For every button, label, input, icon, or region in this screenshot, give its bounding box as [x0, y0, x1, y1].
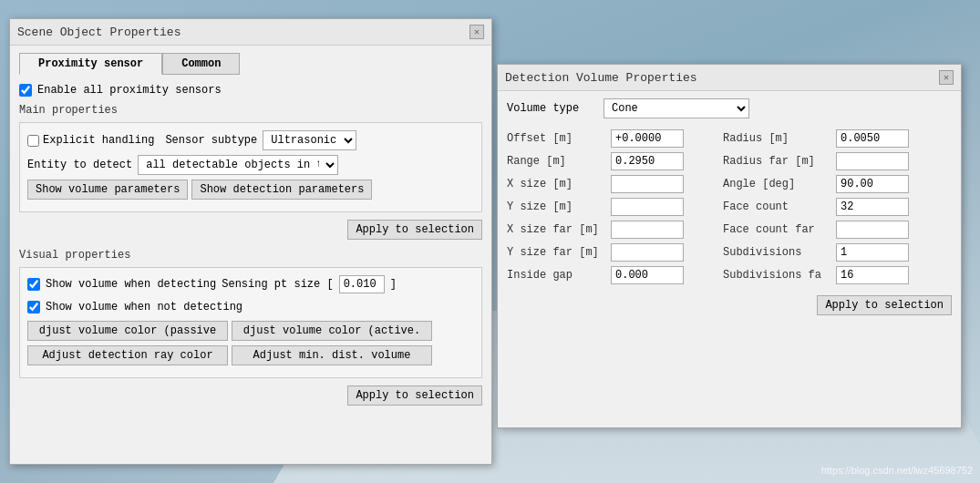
face-count-far-input[interactable] — [836, 221, 909, 239]
show-vol-not-detecting-row: Show volume when not detecting — [27, 301, 474, 313]
adjust-active-btn[interactable]: djust volume color (active. — [232, 321, 432, 341]
range-label: Range [m] — [507, 152, 607, 170]
inside-gap-input[interactable] — [611, 266, 684, 284]
visual-properties-label: Visual properties — [19, 249, 482, 262]
radius-far-input[interactable] — [836, 152, 909, 170]
ysize-far-label: Y size far [m] — [507, 243, 607, 262]
enable-proximity-row: Enable all proximity sensors — [19, 84, 482, 97]
xsize-far-label: X size far [m] — [507, 221, 607, 239]
detection-panel-close[interactable]: ✕ — [939, 70, 954, 85]
scene-panel-content: Proximity sensor Common Enable all proxi… — [10, 46, 491, 413]
radius-input[interactable] — [836, 129, 909, 148]
color-btns-row-2: Adjust detection ray color Adjust min. d… — [27, 345, 474, 365]
xsize-far-input[interactable] — [611, 221, 684, 239]
entity-label: Entity to detect — [27, 159, 132, 171]
range-input[interactable] — [611, 152, 684, 170]
adjust-passive-btn[interactable]: djust volume color (passive — [27, 321, 228, 341]
explicit-handling-checkbox[interactable] — [27, 135, 39, 147]
show-detection-btn[interactable]: Show detection parameters — [191, 180, 372, 200]
sensing-pt-label: Sensing pt size [ — [222, 278, 333, 291]
scene-panel-close[interactable]: ✕ — [469, 25, 484, 39]
sensing-pt-input[interactable] — [339, 275, 385, 293]
angle-input[interactable] — [836, 175, 909, 193]
detection-volume-properties-panel: Detection Volume Properties ✕ Volume typ… — [497, 64, 962, 428]
scene-tab-bar: Proximity sensor Common — [19, 53, 482, 75]
main-properties-label: Main properties — [19, 104, 482, 117]
volume-type-select[interactable]: Cone Sphere Box Disc Pyramid Cylinder — [603, 98, 749, 118]
apply-selection-btn-1[interactable]: Apply to selection — [347, 220, 482, 240]
radius-far-label: Radius far [m] — [723, 152, 832, 170]
face-count-label: Face count — [723, 198, 832, 216]
offset-input[interactable] — [611, 129, 684, 148]
ysize-far-input[interactable] — [611, 243, 684, 262]
xsize-label: X size [m] — [507, 175, 607, 193]
sensing-pt-close: ] — [390, 278, 397, 291]
apply-selection-btn-2[interactable]: Apply to selection — [347, 385, 482, 406]
sensor-subtype-label: Sensor subtype — [165, 134, 257, 147]
detection-panel-titlebar: Detection Volume Properties ✕ — [498, 65, 961, 91]
sensor-subtype-select[interactable]: Ultrasonic Infrared Laser — [263, 130, 356, 150]
subdivisions-input[interactable] — [836, 243, 909, 262]
enable-proximity-checkbox[interactable] — [19, 84, 32, 97]
explicit-handling-group: Explicit handling — [27, 134, 154, 147]
fields-grid: Offset [m] Radius [m] Range [m] Radius f… — [507, 129, 952, 284]
apply-1-container: Apply to selection — [19, 220, 482, 240]
detection-apply-btn[interactable]: Apply to selection — [817, 295, 952, 315]
offset-label: Offset [m] — [507, 129, 607, 148]
apply-2-container: Apply to selection — [19, 385, 482, 406]
color-btns-row-1: djust volume color (passive djust volume… — [27, 321, 474, 341]
detection-apply-container: Apply to selection — [507, 295, 952, 315]
watermark: https://blog.csdn.net/lwz45698752 — [821, 465, 973, 476]
adjust-ray-btn[interactable]: Adjust detection ray color — [27, 345, 228, 365]
explicit-handling-row: Explicit handling Sensor subtype Ultraso… — [27, 130, 474, 150]
show-buttons-row: Show volume parameters Show detection pa… — [27, 180, 474, 200]
scene-object-properties-panel: Scene Object Properties ✕ Proximity sens… — [9, 18, 492, 465]
angle-label: Angle [deg] — [723, 175, 832, 193]
inside-gap-label: Inside gap — [507, 266, 607, 284]
detection-panel-title: Detection Volume Properties — [505, 71, 697, 85]
show-vol-detecting-row: Show volume when detecting Sensing pt si… — [27, 275, 474, 293]
subdivisions-far-input[interactable] — [836, 266, 909, 284]
ysize-label: Y size [m] — [507, 198, 607, 216]
main-properties-box: Explicit handling Sensor subtype Ultraso… — [19, 122, 482, 212]
explicit-handling-label: Explicit handling — [43, 134, 154, 147]
volume-type-row: Volume type Cone Sphere Box Disc Pyramid… — [507, 98, 952, 118]
face-count-input[interactable] — [836, 198, 909, 216]
visual-properties-box: Show volume when detecting Sensing pt si… — [19, 267, 482, 378]
subdivisions-far-label: Subdivisions fa — [723, 266, 832, 284]
scene-panel-titlebar: Scene Object Properties ✕ — [10, 19, 491, 46]
show-vol-detecting-label: Show volume when detecting — [46, 278, 216, 291]
show-vol-detecting-checkbox[interactable] — [27, 278, 40, 291]
entity-select[interactable]: all detectable objects in the sc — [138, 155, 338, 175]
scene-panel-title: Scene Object Properties — [17, 26, 181, 39]
tab-proximity-sensor[interactable]: Proximity sensor — [19, 53, 162, 75]
xsize-input[interactable] — [611, 175, 684, 193]
show-vol-not-detecting-checkbox[interactable] — [27, 301, 40, 313]
subdivisions-label: Subdivisions — [723, 243, 832, 262]
volume-type-label: Volume type — [507, 102, 598, 115]
face-count-far-label: Face count far — [723, 221, 832, 239]
entity-to-detect-row: Entity to detect all detectable objects … — [27, 155, 474, 175]
tab-common[interactable]: Common — [162, 53, 240, 75]
show-vol-not-detecting-label: Show volume when not detecting — [46, 301, 242, 313]
adjust-min-btn[interactable]: Adjust min. dist. volume — [232, 345, 432, 365]
detection-panel-content: Volume type Cone Sphere Box Disc Pyramid… — [498, 91, 961, 323]
show-volume-btn[interactable]: Show volume parameters — [27, 180, 188, 200]
ysize-input[interactable] — [611, 198, 684, 216]
radius-label: Radius [m] — [723, 129, 832, 148]
enable-proximity-label: Enable all proximity sensors — [37, 84, 222, 97]
